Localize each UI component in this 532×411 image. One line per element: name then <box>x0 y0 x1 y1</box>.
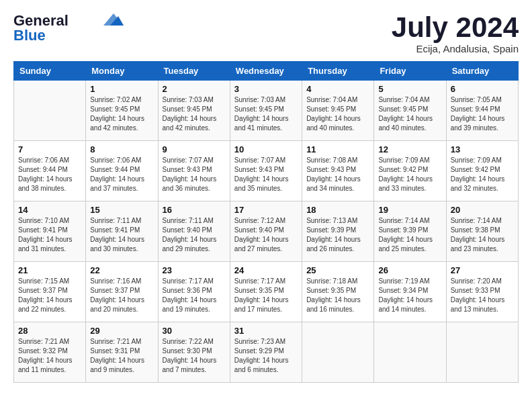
weekday-header-friday: Friday <box>374 62 446 81</box>
day-number: 17 <box>234 205 298 215</box>
day-number: 1 <box>90 84 153 94</box>
weekday-header-tuesday: Tuesday <box>158 62 230 81</box>
calendar-day-cell: 22Sunrise: 7:16 AMSunset: 9:37 PMDayligh… <box>86 262 158 322</box>
weekday-header-saturday: Saturday <box>446 62 518 81</box>
day-number: 11 <box>306 144 369 154</box>
day-info: Sunrise: 7:23 AMSunset: 9:29 PMDaylight:… <box>234 337 298 375</box>
calendar-day-cell: 21Sunrise: 7:15 AMSunset: 9:37 PMDayligh… <box>14 262 86 322</box>
day-number: 26 <box>378 265 441 275</box>
day-info: Sunrise: 7:14 AMSunset: 9:39 PMDaylight:… <box>378 216 441 254</box>
calendar-day-cell: 23Sunrise: 7:17 AMSunset: 9:36 PMDayligh… <box>158 262 230 322</box>
calendar-day-cell: 30Sunrise: 7:22 AMSunset: 9:30 PMDayligh… <box>158 322 230 383</box>
day-info: Sunrise: 7:11 AMSunset: 9:41 PMDaylight:… <box>90 216 153 254</box>
day-number: 8 <box>90 144 153 154</box>
calendar-day-cell <box>446 322 518 383</box>
day-info: Sunrise: 7:10 AMSunset: 9:41 PMDaylight:… <box>18 216 81 254</box>
day-number: 15 <box>90 205 153 215</box>
calendar-day-cell <box>302 322 374 383</box>
day-number: 20 <box>451 205 514 215</box>
day-number: 4 <box>306 84 369 94</box>
calendar-day-cell: 17Sunrise: 7:12 AMSunset: 9:40 PMDayligh… <box>230 201 302 262</box>
calendar-day-cell: 15Sunrise: 7:11 AMSunset: 9:41 PMDayligh… <box>86 201 158 262</box>
calendar-day-cell: 12Sunrise: 7:09 AMSunset: 9:42 PMDayligh… <box>374 141 446 201</box>
day-number: 19 <box>378 205 441 215</box>
day-info: Sunrise: 7:15 AMSunset: 9:37 PMDaylight:… <box>18 277 81 314</box>
day-number: 25 <box>306 265 369 275</box>
day-info: Sunrise: 7:03 AMSunset: 9:45 PMDaylight:… <box>163 95 226 133</box>
day-info: Sunrise: 7:17 AMSunset: 9:36 PMDaylight:… <box>163 277 226 314</box>
day-info: Sunrise: 7:08 AMSunset: 9:43 PMDaylight:… <box>306 156 369 193</box>
day-number: 2 <box>163 84 226 94</box>
calendar-day-cell: 29Sunrise: 7:21 AMSunset: 9:31 PMDayligh… <box>86 322 158 383</box>
calendar-week-row: 7Sunrise: 7:06 AMSunset: 9:44 PMDaylight… <box>14 141 519 201</box>
calendar-day-cell: 4Sunrise: 7:04 AMSunset: 9:45 PMDaylight… <box>302 81 374 141</box>
calendar-day-cell: 19Sunrise: 7:14 AMSunset: 9:39 PMDayligh… <box>374 201 446 262</box>
day-info: Sunrise: 7:05 AMSunset: 9:44 PMDaylight:… <box>451 95 514 133</box>
calendar-day-cell: 8Sunrise: 7:06 AMSunset: 9:44 PMDaylight… <box>86 141 158 201</box>
calendar-day-cell: 11Sunrise: 7:08 AMSunset: 9:43 PMDayligh… <box>302 141 374 201</box>
day-number: 18 <box>306 205 369 215</box>
day-number: 3 <box>234 84 298 94</box>
calendar-day-cell: 28Sunrise: 7:21 AMSunset: 9:32 PMDayligh… <box>14 322 86 383</box>
day-info: Sunrise: 7:06 AMSunset: 9:44 PMDaylight:… <box>18 156 81 193</box>
calendar-day-cell: 2Sunrise: 7:03 AMSunset: 9:45 PMDaylight… <box>158 81 230 141</box>
day-info: Sunrise: 7:11 AMSunset: 9:40 PMDaylight:… <box>163 216 226 254</box>
day-info: Sunrise: 7:20 AMSunset: 9:33 PMDaylight:… <box>451 277 514 314</box>
day-number: 22 <box>90 265 153 275</box>
calendar-day-cell: 1Sunrise: 7:02 AMSunset: 9:45 PMDaylight… <box>86 81 158 141</box>
day-info: Sunrise: 7:03 AMSunset: 9:45 PMDaylight:… <box>234 95 298 133</box>
day-number: 28 <box>18 326 81 336</box>
calendar-day-cell: 13Sunrise: 7:09 AMSunset: 9:42 PMDayligh… <box>446 141 518 201</box>
day-info: Sunrise: 7:09 AMSunset: 9:42 PMDaylight:… <box>451 156 514 193</box>
day-info: Sunrise: 7:04 AMSunset: 9:45 PMDaylight:… <box>306 95 369 133</box>
calendar-week-row: 21Sunrise: 7:15 AMSunset: 9:37 PMDayligh… <box>14 262 519 322</box>
calendar-day-cell: 5Sunrise: 7:04 AMSunset: 9:45 PMDaylight… <box>374 81 446 141</box>
day-number: 29 <box>90 326 153 336</box>
logo-icon <box>103 13 124 26</box>
calendar-day-cell: 3Sunrise: 7:03 AMSunset: 9:45 PMDaylight… <box>230 81 302 141</box>
day-number: 27 <box>451 265 514 275</box>
day-info: Sunrise: 7:02 AMSunset: 9:45 PMDaylight:… <box>90 95 153 133</box>
day-number: 9 <box>163 144 226 154</box>
day-number: 31 <box>234 326 298 336</box>
calendar-day-cell: 26Sunrise: 7:19 AMSunset: 9:34 PMDayligh… <box>374 262 446 322</box>
calendar-day-cell: 9Sunrise: 7:07 AMSunset: 9:43 PMDaylight… <box>158 141 230 201</box>
day-info: Sunrise: 7:12 AMSunset: 9:40 PMDaylight:… <box>234 216 298 254</box>
day-info: Sunrise: 7:14 AMSunset: 9:38 PMDaylight:… <box>451 216 514 254</box>
calendar-day-cell: 16Sunrise: 7:11 AMSunset: 9:40 PMDayligh… <box>158 201 230 262</box>
calendar-table: SundayMondayTuesdayWednesdayThursdayFrid… <box>13 61 519 383</box>
calendar-week-row: 14Sunrise: 7:10 AMSunset: 9:41 PMDayligh… <box>14 201 519 262</box>
day-info: Sunrise: 7:17 AMSunset: 9:35 PMDaylight:… <box>234 277 298 314</box>
day-number: 24 <box>234 265 298 275</box>
weekday-header-thursday: Thursday <box>302 62 374 81</box>
day-number: 12 <box>378 144 441 154</box>
calendar-day-cell <box>14 81 86 141</box>
day-number: 16 <box>163 205 226 215</box>
title-area: July 2024 Ecija, Andalusia, Spain <box>392 13 519 54</box>
day-number: 14 <box>18 205 81 215</box>
day-info: Sunrise: 7:07 AMSunset: 9:43 PMDaylight:… <box>163 156 226 193</box>
calendar-day-cell: 27Sunrise: 7:20 AMSunset: 9:33 PMDayligh… <box>446 262 518 322</box>
day-number: 7 <box>18 144 81 154</box>
day-info: Sunrise: 7:16 AMSunset: 9:37 PMDaylight:… <box>90 277 153 314</box>
day-info: Sunrise: 7:13 AMSunset: 9:39 PMDaylight:… <box>306 216 369 254</box>
day-number: 23 <box>163 265 226 275</box>
calendar-subtitle: Ecija, Andalusia, Spain <box>392 43 519 54</box>
calendar-day-cell: 25Sunrise: 7:18 AMSunset: 9:35 PMDayligh… <box>302 262 374 322</box>
calendar-title: July 2024 <box>392 13 519 42</box>
day-info: Sunrise: 7:04 AMSunset: 9:45 PMDaylight:… <box>378 95 441 133</box>
day-number: 5 <box>378 84 441 94</box>
day-info: Sunrise: 7:06 AMSunset: 9:44 PMDaylight:… <box>90 156 153 193</box>
logo-blue-text: Blue <box>13 28 46 43</box>
day-number: 6 <box>451 84 514 94</box>
calendar-day-cell: 14Sunrise: 7:10 AMSunset: 9:41 PMDayligh… <box>14 201 86 262</box>
weekday-header-row: SundayMondayTuesdayWednesdayThursdayFrid… <box>14 62 519 81</box>
calendar-week-row: 28Sunrise: 7:21 AMSunset: 9:32 PMDayligh… <box>14 322 519 383</box>
weekday-header-wednesday: Wednesday <box>230 62 302 81</box>
calendar-day-cell: 6Sunrise: 7:05 AMSunset: 9:44 PMDaylight… <box>446 81 518 141</box>
logo-text: General <box>13 13 69 28</box>
calendar-day-cell: 31Sunrise: 7:23 AMSunset: 9:29 PMDayligh… <box>230 322 302 383</box>
day-number: 13 <box>451 144 514 154</box>
page-header: General Blue July 2024 Ecija, Andalusia,… <box>13 13 519 54</box>
day-info: Sunrise: 7:09 AMSunset: 9:42 PMDaylight:… <box>378 156 441 193</box>
